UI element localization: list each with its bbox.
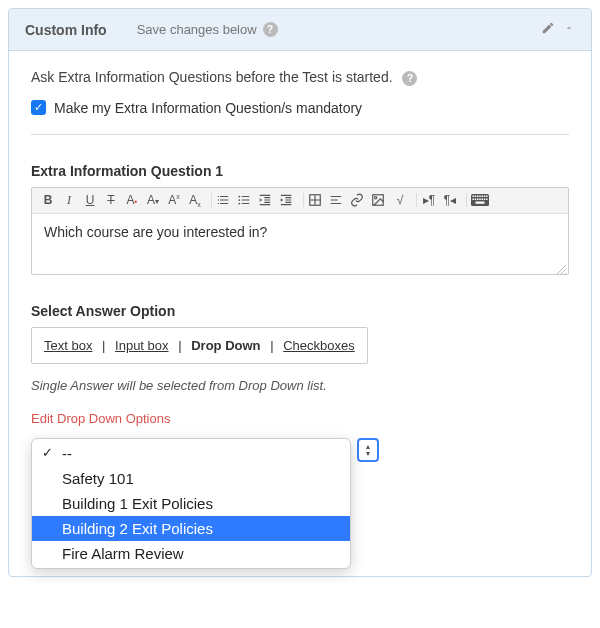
svg-point-0 bbox=[238, 196, 240, 198]
outdent-icon[interactable] bbox=[258, 193, 274, 207]
svg-rect-16 bbox=[477, 199, 479, 201]
select-stepper[interactable]: ▲ ▼ bbox=[357, 438, 379, 462]
panel-header: Custom Info Save changes below ? bbox=[9, 9, 591, 51]
mandatory-checkbox-row[interactable]: ✓ Make my Extra Information Question/s m… bbox=[31, 100, 569, 116]
font-color-icon[interactable]: A▪ bbox=[124, 193, 140, 207]
editor-textarea[interactable]: Which course are you interested in? bbox=[32, 214, 568, 274]
dropdown-item-building-1[interactable]: Building 1 Exit Policies bbox=[32, 491, 350, 516]
divider bbox=[31, 134, 569, 135]
chevron-up-icon: ▲ bbox=[365, 443, 372, 450]
option-drop-down[interactable]: Drop Down bbox=[191, 338, 260, 353]
superscript-icon[interactable]: Ax bbox=[166, 193, 182, 207]
intro-text: Ask Extra Information Questions before t… bbox=[31, 69, 569, 86]
align-icon[interactable] bbox=[329, 193, 345, 207]
svg-rect-18 bbox=[482, 199, 484, 201]
svg-point-5 bbox=[375, 197, 377, 199]
strike-icon[interactable]: T bbox=[103, 193, 119, 207]
svg-rect-9 bbox=[477, 196, 479, 198]
resize-handle-icon[interactable] bbox=[556, 262, 566, 272]
unordered-list-icon[interactable] bbox=[237, 193, 253, 207]
edit-dropdown-options-link[interactable]: Edit Drop Down Options bbox=[31, 411, 170, 426]
ordered-list-icon[interactable] bbox=[216, 193, 232, 207]
italic-icon[interactable]: I bbox=[61, 193, 77, 208]
svg-rect-21 bbox=[476, 202, 485, 204]
help-icon[interactable]: ? bbox=[402, 71, 417, 86]
link-icon[interactable] bbox=[350, 193, 366, 207]
font-size-icon[interactable]: A▾ bbox=[145, 193, 161, 207]
svg-rect-20 bbox=[486, 199, 488, 201]
rtl-icon[interactable]: ¶◂ bbox=[442, 193, 458, 207]
ltr-icon[interactable]: ▸¶ bbox=[421, 193, 437, 207]
subscript-icon[interactable]: Ax bbox=[187, 193, 203, 208]
underline-icon[interactable]: U bbox=[82, 193, 98, 207]
intro-label: Ask Extra Information Questions before t… bbox=[31, 69, 393, 85]
svg-rect-11 bbox=[482, 196, 484, 198]
option-checkboxes[interactable]: Checkboxes bbox=[283, 338, 355, 353]
svg-rect-17 bbox=[479, 199, 481, 201]
answer-option-box: Text box | Input box | Drop Down | Check… bbox=[31, 327, 368, 364]
svg-rect-7 bbox=[473, 196, 475, 198]
custom-info-panel: Custom Info Save changes below ? Ask Ext… bbox=[8, 8, 592, 577]
svg-rect-15 bbox=[475, 199, 477, 201]
svg-point-1 bbox=[238, 200, 240, 202]
mandatory-checkbox[interactable]: ✓ bbox=[31, 100, 46, 115]
formula-icon[interactable]: √ bbox=[392, 193, 408, 207]
indent-icon[interactable] bbox=[279, 193, 295, 207]
dropdown-area: ▲ ▼ -- Safety 101 Building 1 Exit Polici… bbox=[31, 438, 569, 558]
image-icon[interactable] bbox=[371, 193, 387, 207]
question-text: Which course are you interested in? bbox=[44, 224, 267, 240]
dropdown-item-building-2[interactable]: Building 2 Exit Policies bbox=[32, 516, 350, 541]
svg-rect-13 bbox=[486, 196, 488, 198]
edit-icon[interactable] bbox=[541, 21, 555, 38]
dropdown-item-placeholder[interactable]: -- bbox=[32, 441, 350, 466]
table-icon[interactable] bbox=[308, 193, 324, 207]
chevron-down-icon: ▼ bbox=[365, 450, 372, 457]
help-icon[interactable]: ? bbox=[263, 22, 278, 37]
svg-rect-10 bbox=[479, 196, 481, 198]
rich-text-editor: B I U T A▪ A▾ Ax Ax bbox=[31, 187, 569, 275]
editor-toolbar: B I U T A▪ A▾ Ax Ax bbox=[32, 188, 568, 214]
panel-body: Ask Extra Information Questions before t… bbox=[9, 51, 591, 576]
svg-rect-14 bbox=[473, 199, 475, 201]
svg-rect-12 bbox=[484, 196, 486, 198]
dropdown-list: -- Safety 101 Building 1 Exit Policies B… bbox=[31, 438, 351, 569]
answer-option-label: Select Answer Option bbox=[31, 303, 569, 319]
answer-option-hint: Single Answer will be selected from Drop… bbox=[31, 378, 569, 393]
svg-rect-19 bbox=[484, 199, 486, 201]
bold-icon[interactable]: B bbox=[40, 193, 56, 207]
dropdown-item-safety-101[interactable]: Safety 101 bbox=[32, 466, 350, 491]
svg-point-2 bbox=[238, 203, 240, 205]
option-input-box[interactable]: Input box bbox=[115, 338, 169, 353]
keyboard-icon[interactable] bbox=[471, 193, 489, 207]
option-text-box[interactable]: Text box bbox=[44, 338, 92, 353]
panel-subtitle: Save changes below bbox=[137, 22, 257, 37]
panel-title: Custom Info bbox=[25, 22, 107, 38]
collapse-icon[interactable] bbox=[563, 22, 575, 37]
dropdown-item-fire-alarm[interactable]: Fire Alarm Review bbox=[32, 541, 350, 566]
question-label: Extra Information Question 1 bbox=[31, 163, 569, 179]
svg-rect-8 bbox=[475, 196, 477, 198]
mandatory-label: Make my Extra Information Question/s man… bbox=[54, 100, 362, 116]
